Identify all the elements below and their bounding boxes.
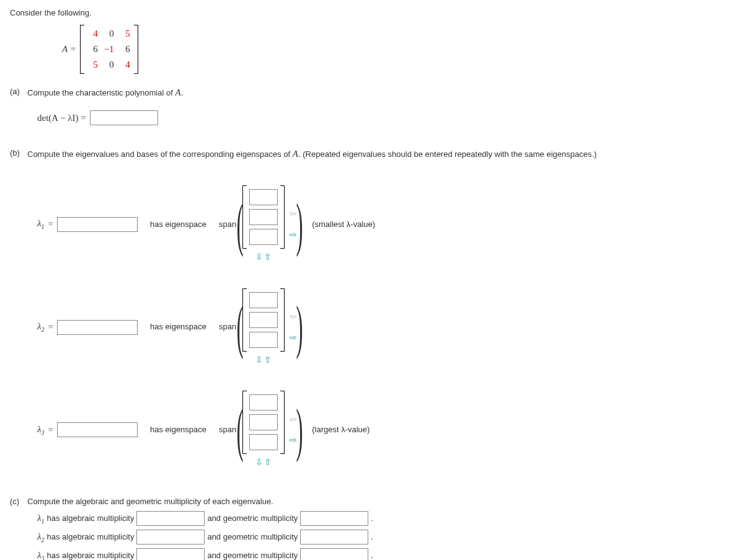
geo-mult-2[interactable]	[300, 530, 368, 544]
part-c: (c) Compute the algebraic and geometric …	[10, 496, 734, 507]
det-input[interactable]	[90, 110, 158, 125]
span-vector-2: ( ⇩ ⇧ ⇦ ⇨	[237, 288, 302, 367]
shrink-rows-icon[interactable]: ⇩	[255, 354, 263, 367]
lambda1-input[interactable]	[57, 217, 138, 232]
shrink-rows-icon[interactable]: ⇩	[255, 456, 263, 469]
alg-mult-3[interactable]	[136, 548, 205, 560]
smallest-note: (smallest λ-value)	[312, 219, 375, 230]
span-vector-3: ( ⇩ ⇧ ⇦ ⇨	[237, 391, 302, 469]
span-vector-1: ( ⇩ ⇧ ⇦ ⇨	[237, 185, 302, 264]
det-label: det(A − λI) =	[37, 112, 86, 125]
mult-row-3: λ3 has algebraic multiplicity and geomet…	[37, 548, 734, 560]
geo-mult-3[interactable]	[300, 548, 368, 560]
geo-mult-1[interactable]	[300, 511, 368, 526]
part-b-label: (b)	[10, 148, 27, 159]
expand-rows-icon[interactable]: ⇧	[264, 456, 272, 469]
vec1-entry3[interactable]	[249, 229, 278, 245]
eigen-row-3: λ3 = has eigenspace span ( ⇩ ⇧	[37, 391, 734, 469]
part-c-text: Compute the algebraic and geometric mult…	[27, 497, 273, 506]
vec1-entry1[interactable]	[249, 189, 278, 205]
vec2-entry2[interactable]	[249, 312, 278, 328]
part-b-tail: . (Repeated eigenvalues should be entere…	[298, 149, 596, 159]
shrink-rows-icon[interactable]: ⇩	[255, 251, 263, 264]
lambda2-input[interactable]	[57, 320, 138, 335]
part-a-A: A	[175, 87, 180, 97]
lambda3-input[interactable]	[57, 422, 138, 437]
mult-row-2: λ2 has algebraic multiplicity and geomet…	[37, 530, 734, 544]
eigen-row-1: λ1 = has eigenspace span ( ⇩ ⇧	[37, 185, 734, 264]
mult-row-1: λ1 has algebraic multiplicity and geomet…	[37, 511, 734, 526]
largest-note: (largest λ-value)	[312, 424, 370, 435]
intro-text: Consider the following.	[10, 7, 734, 19]
alg-mult-2[interactable]	[136, 530, 205, 544]
eigen-row-2: λ2 = has eigenspace span ( ⇩ ⇧	[37, 288, 734, 367]
part-a-text: Compute the characteristic polynomial of	[27, 88, 175, 97]
vec3-entry3[interactable]	[249, 434, 278, 450]
expand-rows-icon[interactable]: ⇧	[264, 251, 272, 264]
part-b: (b) Compute the eigenvalues and bases of…	[10, 148, 734, 161]
expand-rows-icon[interactable]: ⇧	[264, 354, 272, 367]
vec1-entry2[interactable]	[249, 209, 278, 225]
part-c-label: (c)	[10, 496, 27, 507]
vec2-entry1[interactable]	[249, 292, 278, 308]
vec3-entry1[interactable]	[249, 394, 278, 411]
A-equals: A =	[62, 43, 76, 56]
alg-mult-1[interactable]	[136, 511, 205, 526]
part-a-label: (a)	[10, 86, 27, 97]
part-b-text: Compute the eigenvalues and bases of the…	[27, 149, 293, 159]
vec3-entry2[interactable]	[249, 414, 278, 430]
part-a: (a) Compute the characteristic polynomia…	[10, 86, 734, 99]
vec2-entry3[interactable]	[249, 332, 278, 348]
matrix-definition: A = 405 6−16 504	[62, 25, 734, 74]
